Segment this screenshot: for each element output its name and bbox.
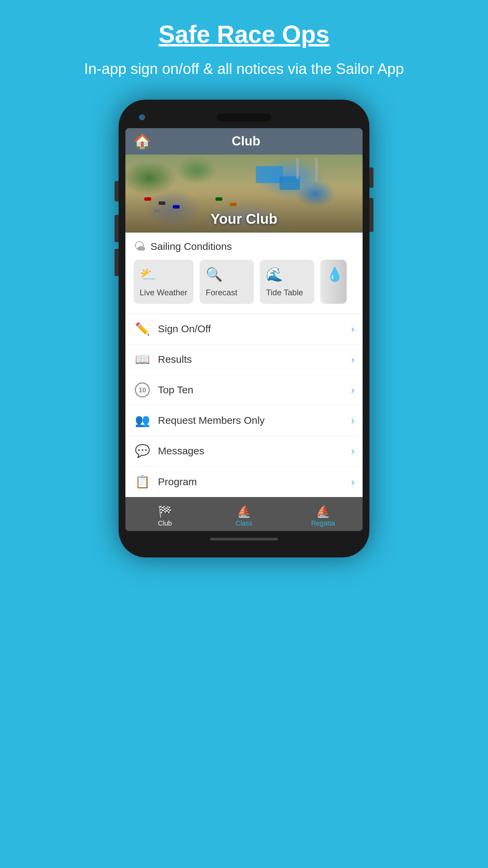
page-title: Safe Race Ops <box>159 20 329 48</box>
results-label: Results <box>158 354 351 365</box>
class-nav-label: Class <box>236 519 252 527</box>
header-title: Club <box>158 134 334 149</box>
nav-item-regatta[interactable]: ⛵ Regatta <box>284 501 363 527</box>
phone-top <box>125 110 363 128</box>
menu-item-sign-on-off[interactable]: ✏️ Sign On/Off › <box>125 314 363 344</box>
sailing-conditions-section: 🌤 Sailing Conditions ⛅ Live Weather 🔍 Fo… <box>125 233 363 313</box>
app-header: 🏠 Club <box>125 128 363 155</box>
tide-label: Tide Table <box>266 287 303 298</box>
phone-shell: 🏠 Club <box>119 100 369 557</box>
volume-button-right <box>369 198 373 232</box>
messages-chevron: › <box>351 445 354 457</box>
live-weather-icon: ⛅ <box>140 267 157 282</box>
forecast-icon: 🔍 <box>206 267 223 282</box>
top-ten-chevron: › <box>351 384 354 396</box>
messages-label: Messages <box>158 445 351 457</box>
badge-10-icon: 10 <box>135 382 150 397</box>
menu-item-request-members[interactable]: 👥 Request Members Only › <box>125 406 363 436</box>
extra-card-icon: 💧 <box>326 267 343 282</box>
nav-item-club[interactable]: 🏁 Club <box>125 501 204 527</box>
volume-down-button <box>115 215 119 242</box>
menu-item-program[interactable]: 📋 Program › <box>125 467 363 497</box>
messages-icon: 💬 <box>134 444 151 458</box>
program-label: Program <box>158 476 351 488</box>
spacer <box>343 114 349 120</box>
results-icon: 📖 <box>134 352 151 367</box>
club-hero-image: Your Club <box>125 155 363 233</box>
results-chevron: › <box>351 354 354 365</box>
request-members-label: Request Members Only <box>158 415 351 426</box>
extra-card-partial[interactable]: 💧 <box>320 260 347 304</box>
club-name: Your Club <box>210 211 278 233</box>
regatta-nav-icon: ⛵ <box>316 505 330 518</box>
home-bar <box>210 538 278 540</box>
club-nav-label: Club <box>158 519 172 527</box>
sign-on-off-chevron: › <box>351 323 354 335</box>
live-weather-label: Live Weather <box>140 287 187 298</box>
nav-item-class[interactable]: ⛵ Class <box>204 501 283 527</box>
program-chevron: › <box>351 476 354 488</box>
volume-up-button <box>115 181 119 201</box>
phone-screen: 🏠 Club <box>125 128 363 531</box>
page-background: Safe Race Ops In-app sign on/off & all n… <box>0 0 488 868</box>
section-header: 🌤 Sailing Conditions <box>134 239 354 254</box>
regatta-nav-label: Regatta <box>311 519 335 527</box>
class-nav-icon: ⛵ <box>237 505 251 518</box>
sign-on-off-label: Sign On/Off <box>158 323 351 335</box>
silent-button <box>115 249 119 276</box>
page-subtitle: In-app sign on/off & all notices via the… <box>50 58 438 79</box>
tide-table-card[interactable]: 🌊 Tide Table <box>260 260 314 304</box>
program-icon: 📋 <box>134 475 151 489</box>
earpiece <box>217 113 271 121</box>
forecast-card[interactable]: 🔍 Forecast <box>200 260 254 304</box>
top-ten-label: Top Ten <box>158 384 351 396</box>
power-button <box>369 167 373 188</box>
menu-list: ✏️ Sign On/Off › 📖 Results › 10 Top Ten <box>125 314 363 497</box>
bottom-nav: 🏁 Club ⛵ Class ⛵ Regatta <box>125 497 363 531</box>
forecast-label: Forecast <box>206 287 237 298</box>
top-ten-icon: 10 <box>134 382 151 397</box>
section-title: Sailing Conditions <box>150 241 232 252</box>
sign-on-off-icon: ✏️ <box>134 322 151 336</box>
members-icon: 👥 <box>134 413 151 428</box>
phone-bottom <box>125 531 363 544</box>
request-members-chevron: › <box>351 415 354 426</box>
live-weather-card[interactable]: ⛅ Live Weather <box>134 260 194 304</box>
club-nav-icon: 🏁 <box>158 505 172 518</box>
front-camera <box>139 114 145 120</box>
home-icon[interactable]: 🏠 <box>134 133 151 150</box>
conditions-icon: 🌤 <box>134 239 146 254</box>
tide-icon: 🌊 <box>266 267 283 282</box>
weather-cards-row: ⛅ Live Weather 🔍 Forecast 🌊 Tide Table <box>134 260 354 310</box>
menu-item-top-ten[interactable]: 10 Top Ten › <box>125 375 363 406</box>
menu-item-results[interactable]: 📖 Results › <box>125 344 363 375</box>
menu-item-messages[interactable]: 💬 Messages › <box>125 436 363 467</box>
